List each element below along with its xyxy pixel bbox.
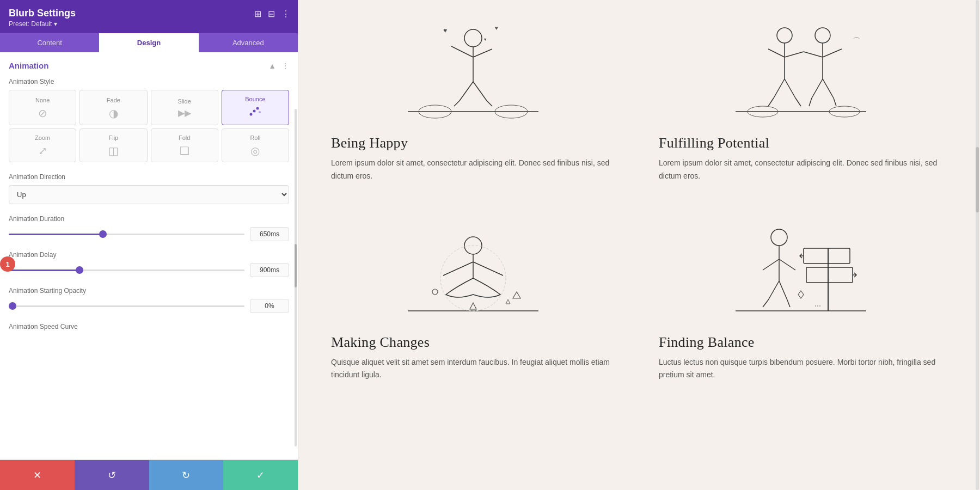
anim-slide-icon: ▶▶ [178,108,191,118]
svg-text:♥: ♥ [495,25,498,31]
panel-toolbar: ✕ ↺ ↻ ✓ [0,460,298,490]
panel-header-icons: ⊞ ⊟ ⋮ [254,9,290,19]
delay-input[interactable]: 900ms [250,263,289,277]
blurb-fulfilling-potential: ⌒ Fulfilling Potential Lorem ipsum dolor… [659,0,943,199]
svg-line-53 [779,281,787,300]
anim-none[interactable]: None ⊘ [9,90,76,125]
more-icon[interactable]: ⋮ [281,9,290,19]
opacity-input[interactable]: 0% [250,299,289,313]
delay-slider-wrap [9,265,244,275]
anim-fade-label: Fade [107,97,120,103]
svg-point-5 [464,29,482,47]
blurb-finding-balance-title: Finding Balance [659,334,943,351]
animation-style-label: Animation Style [9,78,289,85]
anim-bounce[interactable]: Bounce [222,90,289,125]
blurb-fulfilling-potential-illustration: ⌒ [659,16,943,125]
panel-header: Blurb Settings Preset: Default ▾ ⊞ ⊟ ⋮ [0,0,298,33]
content-area: ♥ ♥ ♥ Being Happy Lorem ipsum dolor sit … [298,0,976,490]
notification-badge: 1 [0,256,15,272]
anim-bounce-icon [249,106,262,120]
svg-line-50 [763,259,779,270]
svg-line-25 [768,98,774,106]
tab-design[interactable]: Design [99,33,198,52]
blurb-being-happy-text: Lorem ipsum dolor sit amet, consectetur … [331,157,615,183]
duration-fill [9,234,103,235]
delay-label: Animation Delay [9,251,289,259]
duration-thumb[interactable] [99,230,107,238]
svg-marker-46 [513,292,520,298]
redo-button[interactable]: ↻ [149,460,224,490]
direction-select[interactable]: Up Down Left Right Center [9,185,289,204]
save-button[interactable]: ✓ [223,460,298,490]
blurb-making-changes-illustration [331,216,615,324]
svg-marker-44 [470,303,476,309]
anim-fade[interactable]: Fade ◑ [79,90,147,125]
cancel-icon: ✕ [33,469,41,481]
svg-point-19 [777,28,792,43]
blurb-making-changes-title: Making Changes [331,334,615,351]
svg-line-8 [473,49,492,57]
svg-line-34 [834,98,836,106]
blurb-being-happy: ♥ ♥ ♥ Being Happy Lorem ipsum dolor sit … [331,0,615,199]
collapse-icon[interactable]: ▲ [268,62,276,70]
svg-line-21 [768,49,785,57]
svg-line-51 [779,259,795,270]
svg-text:⌒: ⌒ [853,36,860,45]
duration-input[interactable]: 650ms [250,227,289,241]
columns-icon[interactable]: ⊟ [268,9,275,19]
expand-icon[interactable]: ⊞ [254,9,261,19]
animation-section-header: Animation ▲ ⋮ [9,61,289,70]
cancel-button[interactable]: ✕ [0,460,75,490]
svg-line-9 [460,82,473,101]
delay-fill [9,270,79,271]
blurb-fulfilling-potential-title: Fulfilling Potential [659,135,943,151]
svg-text:⋯: ⋯ [814,302,821,310]
anim-slide[interactable]: Slide ▶▶ [151,90,218,125]
panel-scrollbar[interactable] [295,109,297,446]
svg-point-0 [249,113,252,116]
anim-flip-icon: ◫ [108,144,119,157]
direction-section: Animation Direction Up Down Left Right C… [9,173,289,204]
section-icons: ▲ ⋮ [268,62,289,70]
blurb-finding-balance-illustration: ⋯ [659,216,943,324]
redo-icon: ↻ [182,469,190,481]
svg-line-42 [473,262,503,275]
svg-line-7 [451,46,473,57]
right-scrollbar[interactable] [976,0,979,490]
anim-zoom-icon: ⤢ [38,144,47,157]
opacity-slider-row: 0% [9,299,289,313]
anim-none-icon: ⊘ [38,107,47,120]
anim-flip[interactable]: Flip ◫ [79,128,147,162]
svg-line-12 [487,101,492,106]
svg-marker-62 [798,291,804,298]
delay-section: 1 Animation Delay 900ms [9,251,289,277]
tab-content[interactable]: Content [0,33,99,52]
anim-roll-icon: ◎ [250,144,260,157]
blurb-being-happy-title: Being Happy [331,135,615,151]
settings-icon[interactable]: ⋮ [281,62,289,70]
opacity-thumb[interactable] [9,302,16,310]
undo-button[interactable]: ↺ [75,460,149,490]
panel-body: Animation ▲ ⋮ Animation Style None ⊘ Fad… [0,52,298,460]
direction-label: Animation Direction [9,173,289,181]
duration-section: Animation Duration 650ms [9,215,289,241]
tab-advanced[interactable]: Advanced [199,33,298,52]
anim-fold[interactable]: Fold ❑ [151,128,218,162]
svg-text:♥: ♥ [484,37,487,42]
svg-point-45 [432,289,438,295]
speed-curve-label: Animation Speed Curve [9,323,289,330]
svg-line-22 [785,52,804,57]
anim-zoom[interactable]: Zoom ⤢ [9,128,76,162]
svg-line-55 [787,300,790,307]
panel-title: Blurb Settings [9,8,289,19]
animation-style-grid: None ⊘ Fade ◑ Slide ▶▶ Bounce [9,90,289,162]
blurb-making-changes-text: Quisque aliquet velit sit amet sem inter… [331,356,615,382]
delay-slider-row: 900ms [9,263,289,277]
panel-preset[interactable]: Preset: Default ▾ [9,20,289,28]
anim-fold-label: Fold [179,134,190,141]
opacity-label: Animation Starting Opacity [9,287,289,295]
svg-point-2 [256,107,259,110]
anim-roll[interactable]: Roll ◎ [222,128,289,162]
delay-thumb[interactable] [76,266,83,274]
section-title: Animation [9,61,48,70]
